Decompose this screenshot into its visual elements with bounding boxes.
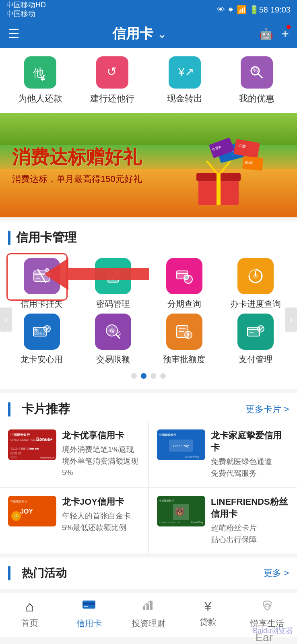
svg-text:¥: ¥ [109,328,112,333]
investment-icon [141,597,156,615]
svg-line-5 [258,74,262,78]
section-indicator [8,231,10,245]
transaction-limit-icon: ¥ [95,314,131,350]
slide-right-button[interactable]: › [285,308,297,332]
card-recs-section: 卡片推荐 更多卡片 > 中国建设银行 CHINA CONSTRUCTION BA… [0,393,297,553]
mgmt-item-longcard-safe[interactable]: 龙e 建设银行 龙卡安心用 [8,314,75,365]
card-info: 龙卡JOY信用卡 年轻人的首张白金卡5%最低还款额比例 [62,496,140,533]
card-name: LINEFRIENDS粉丝信用卡 [211,496,289,520]
payment-mgmt-icon [237,314,274,350]
mgmt-item-card-progress[interactable]: 办卡进度查询 [222,258,289,310]
action-ccb-to-other[interactable]: ↺ 建行还他行 [80,56,144,105]
promo-more-link[interactable]: 更多 > [264,567,289,579]
mgmt-label: 龙卡安心用 [21,354,63,365]
longcard-safe-icon: 龙e 建设银行 [24,314,60,350]
svg-text:UnionPay: UnionPay [185,455,199,458]
page-dot-4 [160,373,166,379]
svg-rect-78 [82,603,95,605]
svg-rect-9 [217,173,221,205]
mgmt-label: 办卡进度查询 [230,298,281,310]
loan-icon: ¥ [204,599,212,614]
mgmt-label: 密码管理 [96,298,130,310]
app-header: ☰ 信用卡 ⌄ 🤖 + [0,19,297,48]
svg-text:JOY: JOY [20,508,33,515]
svg-rect-27 [113,278,113,280]
nav-item-lifestyle[interactable]: 悦享生活 [237,597,297,629]
mgmt-item-transaction-limit[interactable]: ¥ 交易限额 [79,314,146,365]
card-item-linefriends[interactable]: 中国建设银行 🐻 I HAVE A NICE TRI... UnionPay L… [149,488,297,553]
page-dot-3 [151,373,156,379]
card-item-family[interactable]: 中国建设银行 UnionPay UnionPay 龙卡家庭挚爱信用卡 免费就医绿… [149,421,297,487]
promo-section: 热门活动 更多 > [0,557,297,589]
header-actions: 🤖 + [259,27,289,41]
bluetooth-icon: ⁕ [227,5,234,14]
mgmt-item-pre-approval[interactable]: 预审批额度 [151,314,218,365]
carrier-info: 中国移动HD 中国移动 [6,1,46,18]
card-desc: 免费就医绿色通道免费代驾服务 [211,456,289,479]
mgmt-item-password[interactable]: 密码管理 [79,258,146,310]
card-recs-title: 卡片推荐 [22,401,70,417]
mgmt-item-payment-mgmt[interactable]: 支付管理 [222,314,289,365]
mgmt-item-lost-card[interactable]: ✕ 信用卡挂失 [8,258,75,310]
mgmt-label: 分期查询 [167,298,201,310]
chevron-down-icon[interactable]: ⌄ [157,27,167,41]
installment-icon: 🔍 [166,258,202,294]
password-icon [95,258,131,294]
credit-mgmt-title: 信用卡管理 [16,229,76,246]
pre-approval-icon [166,314,202,350]
card-image-line: 中国建设银行 🐻 I HAVE A NICE TRI... UnionPay [157,496,205,526]
status-icons: 👁 ⁕ 📶 🔋58 19:03 [217,5,291,14]
credit-mgmt-section: ‹ › ✕ 信用卡挂失 [0,250,297,389]
action-my-discounts[interactable]: % 我的优惠 [225,56,289,105]
nav-item-investment[interactable]: 投资理财 [119,597,178,629]
signal-icon: 📶 [237,5,247,14]
robot-icon[interactable]: 🤖 [259,27,273,41]
card-recs-header: 卡片推荐 更多卡片 > [0,393,297,421]
promo-banner[interactable]: 消费达标赠好礼 消费达标，单月最高得150元好礼 京东E卡 话费 150元 优惠… [0,113,297,217]
card-desc: 境外消费笔笔1%返现境外单笔消费满额返现5% [62,444,140,479]
nav-label: 首页 [21,617,38,629]
menu-button[interactable]: ☰ [8,26,20,41]
nav-item-home[interactable]: ⌂ 首页 [0,598,60,629]
action-pay-for-others[interactable]: 他 ¥ 为他人还款 [8,56,72,105]
mgmt-item-installment[interactable]: 🔍 分期查询 [151,258,218,310]
svg-text:Bonus+: Bonus+ [36,437,53,442]
svg-rect-80 [143,606,145,610]
card-name: 龙卡优享信用卡 [62,429,140,442]
svg-text:UnionPay: UnionPay [173,444,189,448]
status-bar: 中国移动HD 中国移动 👁 ⁕ 📶 🔋58 19:03 [0,0,297,19]
nav-item-credit-card[interactable]: 信用卡 [60,597,119,629]
card-image-joy: 中国建设银行 JOY 😊 [8,496,56,526]
mgmt-label: 支付管理 [239,354,272,365]
svg-text:中国建设银行: 中国建设银行 [10,500,27,503]
section-indicator [8,566,10,580]
svg-text:UnionPay: UnionPay [191,521,204,524]
slide-left-button[interactable]: ‹ [0,308,12,332]
page-title: 信用卡 [112,25,153,43]
card-item-longcard-plus[interactable]: 中国建设银行 CHINA CONSTRUCTION BANK Bonus+ 51… [0,421,148,487]
card-item-joy[interactable]: 中国建设银行 JOY 😊 龙卡JOY信用卡 年轻人的首张白金卡5%最低还款额比例 [0,488,148,553]
svg-text:龙e: 龙e [34,328,39,332]
nav-item-loan[interactable]: ¥ 贷款 [178,599,238,627]
card-info: LINEFRIENDS粉丝信用卡 超萌粉丝卡片贴心出行保障 [211,496,289,545]
svg-text:🐻: 🐻 [175,507,185,516]
svg-rect-82 [150,601,153,610]
svg-text:03/03  05: 03/03 05 [10,452,21,455]
battery-icon: 🔋58 [249,5,268,14]
svg-text:5110  4388  58■■  ■■: 5110 4388 58■■ ■■ [10,447,39,450]
more-cards-link[interactable]: 更多卡片 > [246,403,289,415]
action-cash-transfer[interactable]: ¥↗ 现金转出 [153,56,217,105]
card-info: 龙卡家庭挚爱信用卡 免费就医绿色通道免费代驾服务 [211,429,289,479]
credit-mgmt-grid: ✕ 信用卡挂失 密码管理 [0,254,297,369]
mgmt-label: 信用卡挂失 [21,298,63,310]
promo-title: 热门活动 [22,566,67,581]
add-button[interactable]: + [281,27,289,41]
svg-text:✕: ✕ [46,269,49,272]
page-dot-1 [131,373,137,379]
action-label: 建行还他行 [90,93,134,105]
action-label: 我的优惠 [239,93,274,105]
svg-text:mastercard: mastercard [40,456,56,459]
banner-title: 消费达标赠好礼 [12,145,142,170]
lifestyle-icon [260,597,274,615]
svg-rect-81 [146,604,149,610]
